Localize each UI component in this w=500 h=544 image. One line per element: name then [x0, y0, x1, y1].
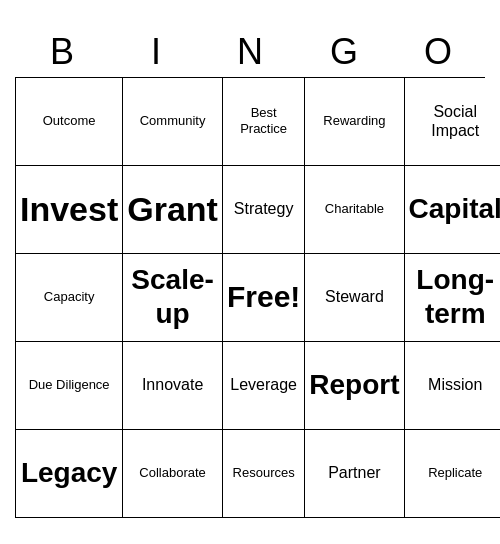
- bingo-cell-18[interactable]: Report: [305, 342, 404, 430]
- cell-text-24: Replicate: [428, 465, 482, 481]
- bingo-cell-11[interactable]: Scale-up: [123, 254, 223, 342]
- cell-text-3: Rewarding: [323, 113, 385, 129]
- bingo-cell-23[interactable]: Partner: [305, 430, 404, 518]
- cell-text-2: Best Practice: [227, 105, 300, 136]
- bingo-cell-14[interactable]: Long-term: [405, 254, 500, 342]
- cell-text-1: Community: [140, 113, 206, 129]
- cell-text-4: Social Impact: [409, 102, 500, 140]
- cell-text-16: Innovate: [142, 375, 203, 394]
- bingo-header: B I N G O: [15, 27, 485, 77]
- bingo-cell-5[interactable]: Invest: [16, 166, 123, 254]
- cell-text-21: Collaborate: [139, 465, 206, 481]
- bingo-cell-16[interactable]: Innovate: [123, 342, 223, 430]
- cell-text-13: Steward: [325, 287, 384, 306]
- bingo-cell-1[interactable]: Community: [123, 78, 223, 166]
- bingo-cell-13[interactable]: Steward: [305, 254, 404, 342]
- bingo-cell-6[interactable]: Grant: [123, 166, 223, 254]
- cell-text-20: Legacy: [21, 456, 118, 490]
- cell-text-5: Invest: [20, 189, 118, 230]
- bingo-card: B I N G O OutcomeCommunityBest PracticeR…: [15, 27, 485, 518]
- cell-text-9: Capital: [409, 192, 500, 226]
- bingo-cell-20[interactable]: Legacy: [16, 430, 123, 518]
- header-g: G: [297, 27, 391, 77]
- bingo-cell-3[interactable]: Rewarding: [305, 78, 404, 166]
- cell-text-23: Partner: [328, 463, 380, 482]
- bingo-cell-22[interactable]: Resources: [223, 430, 305, 518]
- header-n: N: [203, 27, 297, 77]
- bingo-cell-4[interactable]: Social Impact: [405, 78, 500, 166]
- header-i: I: [109, 27, 203, 77]
- cell-text-14: Long-term: [409, 263, 500, 330]
- cell-text-6: Grant: [127, 189, 218, 230]
- cell-text-19: Mission: [428, 375, 482, 394]
- bingo-cell-19[interactable]: Mission: [405, 342, 500, 430]
- bingo-grid: OutcomeCommunityBest PracticeRewardingSo…: [15, 77, 485, 518]
- cell-text-18: Report: [309, 368, 399, 402]
- cell-text-8: Charitable: [325, 201, 384, 217]
- bingo-cell-21[interactable]: Collaborate: [123, 430, 223, 518]
- cell-text-12: Free!: [227, 279, 300, 315]
- bingo-cell-10[interactable]: Capacity: [16, 254, 123, 342]
- header-b: B: [15, 27, 109, 77]
- cell-text-7: Strategy: [234, 199, 294, 218]
- cell-text-17: Leverage: [230, 375, 297, 394]
- bingo-cell-0[interactable]: Outcome: [16, 78, 123, 166]
- cell-text-11: Scale-up: [127, 263, 218, 330]
- bingo-cell-15[interactable]: Due Diligence: [16, 342, 123, 430]
- header-o: O: [391, 27, 485, 77]
- bingo-cell-17[interactable]: Leverage: [223, 342, 305, 430]
- bingo-cell-9[interactable]: Capital: [405, 166, 500, 254]
- bingo-cell-8[interactable]: Charitable: [305, 166, 404, 254]
- cell-text-15: Due Diligence: [29, 377, 110, 393]
- cell-text-0: Outcome: [43, 113, 96, 129]
- bingo-cell-2[interactable]: Best Practice: [223, 78, 305, 166]
- cell-text-22: Resources: [233, 465, 295, 481]
- bingo-cell-7[interactable]: Strategy: [223, 166, 305, 254]
- bingo-cell-24[interactable]: Replicate: [405, 430, 500, 518]
- cell-text-10: Capacity: [44, 289, 95, 305]
- bingo-cell-12[interactable]: Free!: [223, 254, 305, 342]
